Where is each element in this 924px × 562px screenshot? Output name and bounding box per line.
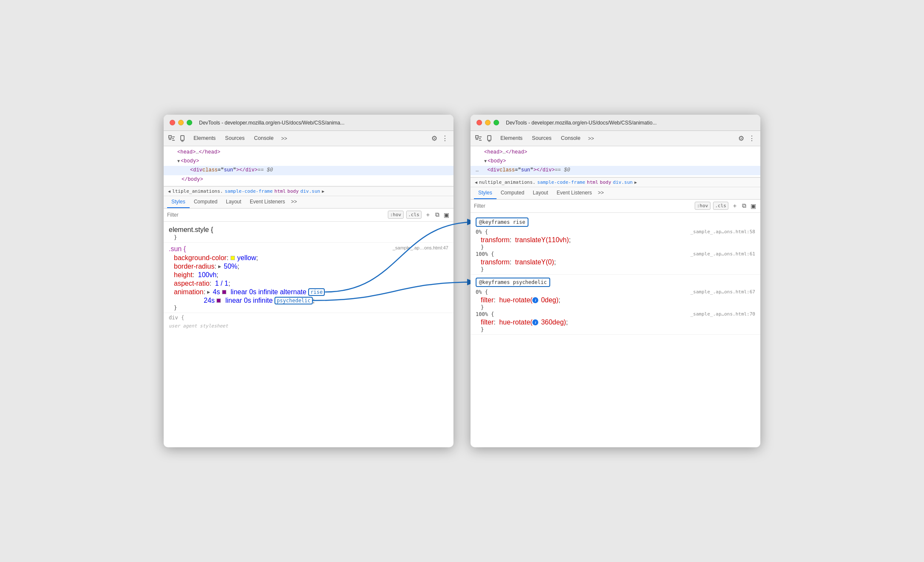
traffic-lights-right: [476, 120, 499, 125]
hov-button-right[interactable]: :hov: [695, 202, 710, 210]
html-tree-left: <head> … </head> ▼ <body> <div class="su…: [164, 146, 453, 186]
css-close-brace: }: [164, 305, 453, 311]
cls-button-right[interactable]: .cls: [713, 202, 729, 210]
psychedelic-keyword[interactable]: psychedelic: [274, 297, 312, 304]
info-icon: i: [532, 297, 538, 303]
css-rule-sun-header: .sun { _sample_.ap…ons.html:47: [164, 244, 453, 254]
plus-icon-left[interactable]: ＋: [424, 210, 432, 220]
color-swatch-purple2: [217, 298, 221, 303]
layout-icon-right[interactable]: ▣: [750, 202, 757, 210]
traffic-lights-left: [170, 120, 192, 125]
css-prop-height: height : 100vh ;: [164, 271, 453, 279]
breadcrumb-tag-body[interactable]: body: [287, 188, 299, 194]
css-file-ref-sun: _sample_.ap…ons.html:47: [393, 245, 448, 253]
maximize-button[interactable]: [187, 120, 192, 125]
plus-icon-right[interactable]: ＋: [731, 201, 739, 211]
device-icon-right[interactable]: [485, 134, 494, 143]
info-icon2: i: [532, 319, 538, 325]
sub-tab-computed-right[interactable]: Computed: [497, 187, 528, 199]
keyframes-psychedelic-name[interactable]: @keyframes psychedelic: [476, 278, 550, 287]
breadcrumb-tag-body-right[interactable]: body: [600, 180, 612, 185]
more-options-icon-left[interactable]: ⋮: [440, 133, 450, 144]
breadcrumb-back-icon-right[interactable]: ◀: [475, 180, 477, 185]
sub-tab-eventlisteners-left[interactable]: Event Listeners: [245, 196, 289, 208]
breadcrumb-tag-divsun-right[interactable]: div.sun: [613, 180, 632, 185]
hov-button-left[interactable]: :hov: [388, 211, 404, 219]
tab-sources-left[interactable]: Sources: [221, 133, 249, 145]
sub-tab-layout-right[interactable]: Layout: [528, 187, 552, 199]
sub-tab-computed-left[interactable]: Computed: [190, 196, 222, 208]
maximize-button-right[interactable]: [494, 120, 499, 125]
more-options-icon-right[interactable]: ⋮: [747, 133, 757, 144]
keyframe-rise-0-prop: transform : translateY(110vh) ;: [471, 236, 760, 244]
breadcrumb-tag-html-right[interactable]: html: [587, 180, 598, 185]
keyframes-rise-name[interactable]: @keyframes rise: [476, 217, 528, 227]
copy-icon-left[interactable]: ⧉: [434, 210, 440, 219]
filter-input-left[interactable]: [167, 212, 385, 218]
color-swatch-purple: [222, 290, 226, 294]
tree-line-r2: ▼ <body>: [471, 157, 760, 166]
tree-line-selected-right[interactable]: … <div class="sun" ></div> == $0: [471, 166, 760, 175]
expand-icon[interactable]: ▶: [218, 264, 221, 269]
breadcrumb-tag-html[interactable]: html: [274, 188, 286, 194]
sub-tab-styles-right[interactable]: Styles: [474, 187, 497, 199]
settings-icon-right[interactable]: ⚙: [736, 133, 746, 144]
keyframe-rules-right: @keyframes rise 0% { _sample_.ap…ons.htm…: [471, 213, 760, 336]
sub-tab-more-left[interactable]: >>: [289, 196, 299, 208]
device-icon[interactable]: [178, 134, 188, 143]
settings-icon-left[interactable]: ⚙: [430, 133, 439, 144]
css-prop-aspectratio: aspect-ratio : 1 / 1 ;: [164, 279, 453, 288]
html-tree-right: <head> … </head> ▼ <body> … <div class="…: [471, 146, 760, 177]
css-rule-header: element.style {: [164, 225, 453, 235]
ellipsis-button[interactable]: …: [476, 166, 479, 174]
svg-rect-1: [181, 136, 184, 140]
sub-tab-styles-left[interactable]: Styles: [167, 196, 190, 208]
breadcrumb-filename: ltiple_animations.: [172, 188, 223, 194]
expand-icon-animation[interactable]: ▶: [207, 290, 210, 294]
close-button-right[interactable]: [476, 120, 482, 125]
close-button[interactable]: [170, 120, 175, 125]
sub-tab-more-right[interactable]: >>: [596, 187, 606, 199]
breadcrumb-filename-right: nultiple_animations.: [479, 180, 535, 185]
user-agent-hint: user agent stylesheet: [164, 322, 453, 330]
at-keyframes-rise-header: @keyframes rise: [471, 216, 760, 228]
minimize-button-right[interactable]: [485, 120, 491, 125]
minimize-button[interactable]: [178, 120, 184, 125]
more-tabs-right[interactable]: >>: [586, 134, 597, 143]
breadcrumb-back-icon[interactable]: ◀: [168, 189, 170, 194]
breadcrumb-tag-divsun[interactable]: div.sun: [300, 188, 320, 194]
rise-keyword[interactable]: rise: [308, 288, 325, 296]
tree-line-selected[interactable]: <div class="sun" ></div> == $0: [164, 166, 453, 175]
copy-icon-right[interactable]: ⧉: [741, 201, 747, 210]
tab-console-right[interactable]: Console: [557, 133, 585, 145]
sub-tab-layout-left[interactable]: Layout: [222, 196, 245, 208]
layout-icon-left[interactable]: ▣: [443, 211, 450, 219]
breadcrumb-forward-icon[interactable]: ▶: [322, 189, 324, 194]
css-prop-borderradius: border-radius : ▶ 50% ;: [164, 262, 453, 271]
css-prop-bg: background-color : yellow ;: [164, 254, 453, 262]
more-tabs-left[interactable]: >>: [279, 134, 290, 143]
svg-rect-2: [182, 141, 183, 142]
svg-rect-4: [476, 136, 478, 138]
breadcrumb-classname-right[interactable]: sample-code-frame: [537, 180, 585, 185]
breadcrumb-forward-icon-right[interactable]: ▶: [634, 180, 637, 185]
brace-close: }: [471, 244, 760, 250]
cls-button-left[interactable]: .cls: [406, 211, 422, 219]
tab-elements-left[interactable]: Elements: [189, 133, 220, 145]
inspect-icon-right[interactable]: [474, 134, 483, 143]
breadcrumb-classname[interactable]: sample-code-frame: [225, 188, 273, 194]
title-bar-left: DevTools - developer.mozilla.org/en-US/d…: [164, 115, 453, 131]
tab-console-left[interactable]: Console: [250, 133, 278, 145]
sub-tab-eventlisteners-right[interactable]: Event Listeners: [552, 187, 596, 199]
devtools-window-right: DevTools - developer.mozilla.org/en-US/d…: [471, 115, 760, 447]
css-rule-sun: .sun { _sample_.ap…ons.html:47 backgroun…: [164, 243, 453, 313]
tab-elements-right[interactable]: Elements: [496, 133, 527, 145]
inspect-icon[interactable]: [167, 134, 176, 143]
filter-input-right[interactable]: [474, 203, 692, 209]
tab-sources-right[interactable]: Sources: [528, 133, 556, 145]
keyframes-rise-block: @keyframes rise 0% { _sample_.ap…ons.htm…: [471, 214, 760, 275]
keyframe-rise-100-prop: transform : translateY(0) ;: [471, 258, 760, 267]
keyframes-psychedelic-block: @keyframes psychedelic 0% { _sample_.ap……: [471, 275, 760, 335]
toolbar-left: Elements Sources Console >> ⚙ ⋮: [164, 131, 453, 146]
breadcrumb-right: ◀ nultiple_animations.sample-code-frame …: [471, 177, 760, 187]
